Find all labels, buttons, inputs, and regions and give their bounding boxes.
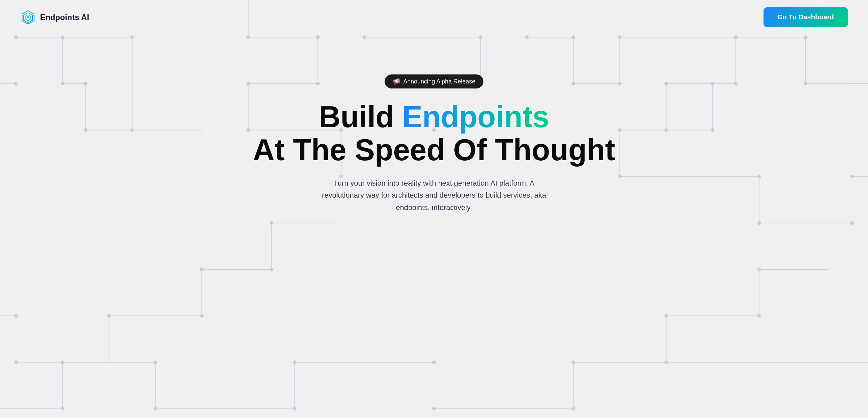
hero-title-part1: Build [319,100,402,133]
svg-point-140 [757,221,761,225]
svg-point-117 [270,221,273,225]
svg-point-115 [200,267,204,271]
svg-point-165 [61,361,64,364]
svg-point-147 [757,314,761,318]
svg-point-113 [107,314,111,318]
hero-subtitle: Turn your vision into reality with next … [320,177,548,214]
announcement-badge[interactable]: 📢 Announcing Alpha Release [384,74,484,88]
svg-point-145 [757,267,761,271]
svg-point-168 [432,361,436,364]
svg-point-169 [571,361,575,364]
svg-point-111 [14,314,18,318]
svg-point-179 [27,17,29,18]
svg-point-149 [664,361,668,364]
svg-point-166 [154,361,157,364]
svg-point-148 [664,314,668,318]
megaphone-icon: 📢 [393,78,400,85]
logo-text: Endpoints AI [40,13,89,22]
svg-point-171 [61,407,64,411]
hero-section: 📢 Announcing Alpha Release Build Endpoin… [0,34,868,214]
go-to-dashboard-button[interactable]: Go To Dashboard [764,7,848,27]
logo-area: Endpoints AI [20,9,89,25]
svg-point-141 [850,221,854,225]
svg-point-173 [293,407,297,411]
hero-title-part2: At The Speed Of Thought [253,133,615,167]
svg-point-112 [14,361,18,364]
announcement-text: Announcing Alpha Release [403,78,475,85]
svg-point-172 [154,407,157,411]
svg-point-167 [293,361,297,364]
svg-point-116 [270,267,273,271]
navbar: Endpoints AI Go To Dashboard [0,0,868,34]
logo-icon [20,9,36,25]
svg-point-174 [432,407,436,411]
svg-point-175 [571,407,575,411]
hero-title: Build Endpoints At The Speed Of Thought [253,100,615,167]
hero-title-gradient: Endpoints [402,100,549,133]
svg-point-114 [200,314,204,318]
